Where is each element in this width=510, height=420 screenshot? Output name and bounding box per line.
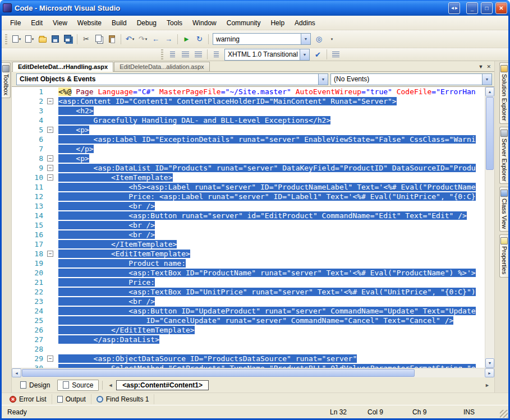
source-view-button[interactable]: Source <box>57 380 99 391</box>
format-selection-button[interactable] <box>210 48 223 61</box>
menu-addins[interactable]: Addins <box>290 17 320 29</box>
style-application-button[interactable] <box>329 48 342 61</box>
menu-view[interactable]: View <box>48 17 72 29</box>
tag-navigator-right-button[interactable]: ► <box>483 382 491 388</box>
tag-navigator-chip[interactable]: <asp:Content#Content1> <box>116 380 209 390</box>
resize-grip[interactable] <box>500 410 508 418</box>
close-button[interactable]: ✕ <box>495 2 507 14</box>
menu-community[interactable]: Community <box>222 17 266 29</box>
start-debugging-button[interactable]: ► <box>180 33 193 45</box>
find-results-tab[interactable]: Find Results 1 <box>91 394 155 404</box>
class-view-icon <box>500 190 508 197</box>
scroll-right-button[interactable]: ► <box>485 368 494 377</box>
find-combobox[interactable]: warning ▼ <box>213 33 311 45</box>
horizontal-scroll-thumb[interactable] <box>22 369 415 377</box>
menu-debug[interactable]: Debug <box>132 17 162 29</box>
properties-tab[interactable]: Properties <box>499 234 508 277</box>
fold-toggle[interactable]: − <box>47 356 53 362</box>
line-number: 24 <box>12 306 47 316</box>
minimize-button[interactable]: _ <box>466 2 478 14</box>
objects-dropdown-button[interactable]: ▼ <box>318 74 328 85</box>
gutter-line: 2− <box>12 96 57 106</box>
doc-tab-errorhandling[interactable]: EditDeleteDat...rHandling.aspx <box>12 62 113 72</box>
save-button[interactable] <box>49 33 62 45</box>
scroll-left-button[interactable]: ◄ <box>12 368 21 377</box>
menu-window[interactable]: Window <box>187 17 222 29</box>
check-page-button[interactable]: ✔ <box>311 48 324 61</box>
find-in-files-button[interactable]: ◎ <box>313 33 325 45</box>
class-view-tab[interactable]: Class View <box>499 187 508 232</box>
line-number: 17 <box>12 239 47 249</box>
open-file-button[interactable] <box>36 33 49 45</box>
paste-button[interactable] <box>105 33 118 45</box>
refresh-button[interactable]: ↻ <box>193 33 206 45</box>
toolbar-overflow-icon: ▾ <box>331 37 333 41</box>
save-all-button[interactable] <box>62 33 75 45</box>
line-number: 12 <box>12 192 47 201</box>
format-document-button[interactable] <box>192 48 205 61</box>
close-document-button[interactable]: ✕ <box>486 64 491 70</box>
add-item-button[interactable]: ▾ <box>23 33 36 45</box>
error-list-tab[interactable]: ✕ Error List <box>4 394 52 404</box>
fold-toggle[interactable]: − <box>47 174 53 181</box>
menu-help[interactable]: Help <box>265 17 290 29</box>
status-character: Ch 9 <box>412 408 426 416</box>
line-number: 23 <box>12 297 47 306</box>
vertical-scroll-thumb[interactable] <box>486 97 494 170</box>
output-tab[interactable]: Output <box>52 394 91 404</box>
copy-icon <box>95 35 102 42</box>
gutter-line: 25 <box>12 316 57 325</box>
right-tab-strip: Solution Explorer Server Explorer Class … <box>494 61 508 393</box>
scroll-up-button[interactable]: ▲ <box>485 87 494 96</box>
server-explorer-tab[interactable]: Server Explorer <box>499 127 508 184</box>
fold-toggle[interactable]: − <box>47 155 53 161</box>
doctype-dropdown-button[interactable]: ▼ <box>300 49 309 60</box>
toolbox-tab[interactable]: Toolbox <box>2 62 11 98</box>
scroll-down-button[interactable]: ▼ <box>485 358 494 368</box>
menu-tools[interactable]: Tools <box>162 17 187 29</box>
navigate-forward-icon: → <box>165 35 172 43</box>
fold-toggle[interactable]: − <box>47 98 53 104</box>
find-dropdown-button[interactable]: ▼ <box>301 34 310 44</box>
navigate-back-button[interactable]: ← <box>149 33 162 45</box>
maximize-button[interactable]: □ <box>481 2 493 14</box>
navigate-forward-button[interactable]: → <box>162 33 175 45</box>
code-area[interactable]: <%@ Page Language="C#" MasterPageFile="~… <box>57 87 485 368</box>
source-view-icon <box>63 381 69 389</box>
redo-button[interactable]: ↷▾ <box>136 33 149 45</box>
horizontal-scrollbar[interactable]: ◄ ► <box>12 368 494 377</box>
doctype-combobox[interactable]: XHTML 1.0 Transitional ( ▼ <box>224 49 310 61</box>
objects-combobox[interactable]: Client Objects & Events ▼ <box>16 73 328 85</box>
vertical-scrollbar[interactable]: ▲ ▼ <box>485 87 494 368</box>
new-file-button[interactable]: ▾ <box>10 33 23 45</box>
solution-explorer-tab[interactable]: Solution Explorer <box>499 62 508 124</box>
decrease-indent-button[interactable] <box>166 48 179 61</box>
vertical-scroll-track[interactable] <box>485 170 494 358</box>
fold-toggle[interactable]: − <box>47 251 53 257</box>
toolbar-grip[interactable] <box>5 34 7 44</box>
horizontal-scroll-track[interactable] <box>415 368 485 377</box>
fold-toggle[interactable]: − <box>47 127 53 133</box>
copy-button[interactable] <box>93 33 105 45</box>
menu-build[interactable]: Build <box>107 17 132 29</box>
menu-website[interactable]: Website <box>72 17 107 29</box>
increase-indent-button[interactable] <box>179 48 192 61</box>
menu-edit[interactable]: Edit <box>26 17 48 29</box>
active-files-dropdown-button[interactable]: ▼ <box>479 64 484 70</box>
events-dropdown-button[interactable]: ▼ <box>482 74 491 85</box>
gutter-line: 13 <box>12 201 57 211</box>
toolbar-grip[interactable] <box>161 49 163 59</box>
fold-toggle[interactable]: − <box>47 165 53 171</box>
undo-button[interactable]: ↶▾ <box>123 33 136 45</box>
design-view-button[interactable]: Design <box>15 380 56 391</box>
tag-navigator-left-button[interactable]: ◄ <box>106 382 114 388</box>
toolbar-options-button[interactable]: ▾ <box>325 33 338 45</box>
float-window-button[interactable]: ◄► <box>448 2 460 14</box>
find-input[interactable]: warning <box>213 34 301 44</box>
events-combobox[interactable]: (No Events) ▼ <box>330 73 492 85</box>
cut-button[interactable]: ✂ <box>80 33 93 45</box>
menu-file[interactable]: File <box>5 17 26 29</box>
code-editor[interactable]: 12−345−678−9−10−1112131415161718−1920212… <box>12 86 494 368</box>
title-bar[interactable]: Code - Microsoft Visual Studio ◄► _ □ ✕ <box>0 0 510 16</box>
doc-tab-validation[interactable]: EditDeleteData...alidation.aspx <box>114 62 209 71</box>
